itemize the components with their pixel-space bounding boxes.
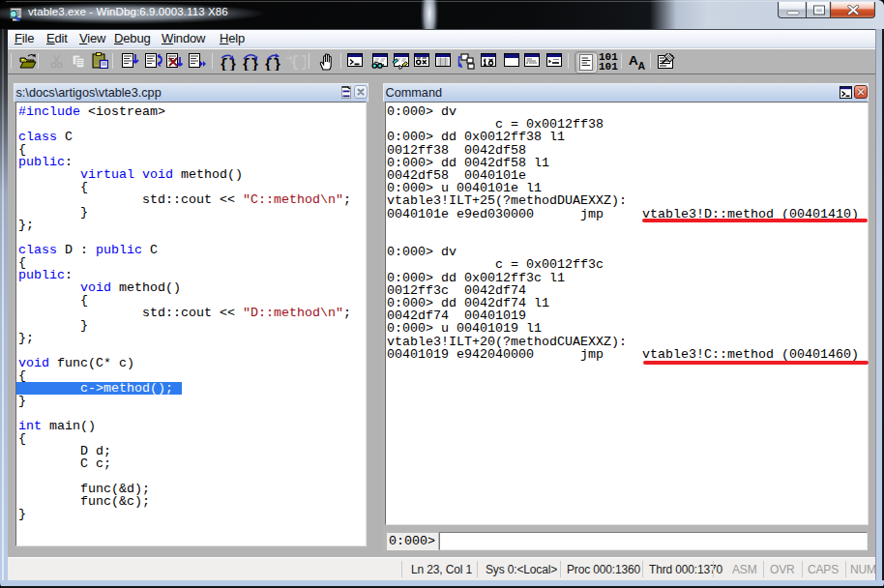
svg-text:A: A [629,54,638,68]
svg-text:{}: {} [290,54,306,70]
svg-text:A: A [638,60,646,71]
svg-text:{}: {} [264,57,281,71]
svg-text:{}: {} [220,57,237,71]
